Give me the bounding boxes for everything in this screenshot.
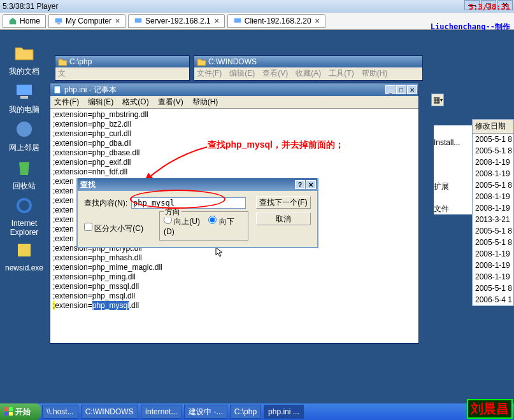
menu-format[interactable]: 格式(O) [122, 97, 148, 108]
find-body: 查找内容(N): 查找下一个(F) 取消 区分大小写(C) 方向 向上(U) 向… [78, 191, 317, 220]
list-item[interactable]: 2005-5-1 8 [473, 179, 513, 191]
desktop-icon-network[interactable]: 网上邻居 [5, 119, 43, 153]
menu-fav[interactable]: 收藏(A) [296, 68, 321, 79]
svg-rect-12 [4, 412, 8, 416]
list-item[interactable]: 2008-1-19 [473, 168, 513, 179]
start-button[interactable]: 开始 [0, 403, 41, 420]
list-item[interactable]: 2008-1-19 [473, 191, 513, 202]
column-header[interactable]: 修改日期 [473, 120, 513, 134]
explorer-title[interactable]: C:\php [55, 56, 189, 67]
menu-tools[interactable]: 工具(T) [329, 68, 353, 79]
taskbar-item[interactable]: Internet... [141, 405, 182, 419]
list-item[interactable]: 2005-5-1 8 [473, 283, 513, 294]
menu-edit[interactable]: 编辑(E) [88, 97, 113, 108]
desktop-icon-my-documents[interactable]: 我的文档 [5, 43, 43, 77]
explorer-title[interactable]: C:\WINDOWS [194, 56, 422, 67]
notepad-title-text: php.ini - 记事本 [64, 85, 117, 95]
tab-my-computer[interactable]: My Computer × [48, 14, 125, 28]
desktop-icon-my-computer[interactable]: 我的电脑 [5, 81, 43, 115]
explorer-title-text: C:\php [69, 57, 92, 66]
help-button[interactable]: ? [295, 180, 305, 189]
taskbar-item[interactable]: php.ini ... [264, 405, 304, 419]
menu-edit[interactable]: 编辑(E) [229, 68, 255, 79]
menu-file[interactable]: 文件(F) [197, 68, 222, 79]
minimize-button[interactable]: _ [385, 85, 396, 94]
list-item[interactable]: 2008-1-19 [473, 248, 513, 260]
player-title: 5:3/38:31 Player [3, 2, 58, 11]
list-item[interactable]: 2013-3-21 [473, 214, 513, 225]
tab-close-icon[interactable]: × [115, 17, 120, 25]
icon-label: newsid.exe [5, 263, 43, 272]
case-checkbox[interactable] [84, 223, 92, 231]
tab-client[interactable]: Client-192.168.2.20 × [227, 14, 325, 28]
maximize-button[interactable]: □ [396, 85, 406, 94]
icon-label: Internet Explorer [5, 219, 43, 237]
close-button[interactable]: ✕ [407, 85, 417, 94]
list-item[interactable]: 2005-5-1 8 [473, 225, 513, 237]
tab-label: Client-192.168.2.20 [245, 17, 311, 25]
folder-icon [58, 57, 67, 66]
explorer-window-php[interactable]: C:\php 文 [55, 55, 190, 81]
icon-label: 我的电脑 [5, 104, 43, 115]
listview-fragment-left: Install... 扩展 文件 [434, 125, 472, 214]
desktop-icon-ie[interactable]: Internet Explorer [5, 195, 43, 237]
notepad-title-bar[interactable]: php.ini - 记事本 _ □ ✕ [50, 83, 418, 96]
direction-down-radio[interactable] [208, 216, 217, 224]
explorer-menu: 文件(F) 编辑(E) 查看(V) 收藏(A) 工具(T) 帮助(H) [194, 67, 422, 79]
svg-rect-4 [17, 85, 32, 95]
list-item[interactable]: 2005-5-1 8 [473, 134, 513, 145]
grid-icon: ▦ [433, 95, 440, 104]
taskbar-item[interactable]: C:\WINDOWS [81, 405, 138, 419]
list-item[interactable]: 2006-5-4 1 [473, 294, 513, 305]
menu-view[interactable]: 查看(V) [158, 97, 183, 108]
tab-home[interactable]: Home [3, 14, 46, 28]
list-item[interactable]: 2008-1-19 [473, 157, 513, 168]
direction-label: 方向 [164, 207, 182, 218]
list-item[interactable]: 2005-5-1 8 [473, 145, 513, 157]
svg-rect-1 [57, 24, 60, 25]
icon-label: 回收站 [5, 181, 43, 192]
taskbar-item[interactable]: C:\php [230, 405, 261, 419]
find-title-text: 查找 [80, 179, 96, 190]
list-item[interactable]: 2008-1-19 [473, 271, 513, 283]
tab-close-icon[interactable]: × [215, 17, 219, 25]
menu-help[interactable]: 帮助(H) [362, 68, 388, 79]
explorer-title-text: C:\WINDOWS [208, 57, 257, 66]
find-title-bar[interactable]: 查找 ? ✕ [78, 178, 317, 191]
list-item[interactable]: 2008-1-19 [473, 260, 513, 271]
text: extension= [55, 301, 92, 310]
find-input[interactable] [131, 197, 246, 209]
icon-label: 我的文档 [5, 66, 43, 77]
list-item[interactable]: 扩展 [434, 181, 472, 192]
tab-label: Home [20, 17, 40, 25]
close-button[interactable]: ✕ [306, 180, 316, 189]
find-dialog: 查找 ? ✕ 查找内容(N): 查找下一个(F) 取消 区分大小写(C) 方向 … [76, 178, 318, 248]
taskbar-item[interactable]: 建设中 -... [184, 405, 227, 419]
listview-dates: 修改日期 2005-5-1 82005-5-1 82008-1-192008-1… [472, 119, 514, 306]
svg-rect-2 [135, 18, 142, 23]
taskbar-item[interactable]: \\.host... [42, 405, 78, 419]
list-item[interactable]: 2008-1-19 [473, 202, 513, 214]
toolbar-view-button[interactable]: ▦▾ [431, 94, 444, 106]
menu-file[interactable]: 文 [58, 68, 66, 79]
list-item[interactable]: Install... [434, 138, 472, 147]
case-label: 区分大小写(C) [94, 224, 143, 233]
menu-view[interactable]: 查看(V) [262, 68, 288, 79]
menu-file[interactable]: 文件(F) [54, 97, 79, 108]
cancel-button[interactable]: 取消 [256, 213, 311, 225]
explorer-menu: 文 [55, 67, 189, 79]
svg-rect-5 [20, 96, 28, 99]
list-item[interactable]: 文件 [434, 204, 472, 214]
desktop-icon-newsid[interactable]: newsid.exe [5, 240, 43, 272]
tab-server[interactable]: Server-192.168.2.1 × [128, 14, 225, 28]
list-item[interactable]: 2005-5-1 8 [473, 237, 513, 248]
find-next-button[interactable]: 查找下一个(F) [256, 196, 311, 209]
computer-icon [54, 17, 63, 25]
notepad-menu: 文件(F) 编辑(E) 格式(O) 查看(V) 帮助(H) [50, 96, 418, 109]
tab-close-icon[interactable]: × [315, 17, 320, 25]
window-controls: _ □ ✕ [385, 85, 417, 94]
menu-help[interactable]: 帮助(H) [192, 97, 218, 108]
explorer-window-windows[interactable]: C:\WINDOWS 文件(F) 编辑(E) 查看(V) 收藏(A) 工具(T)… [194, 55, 423, 81]
desktop-icon-recycle-bin[interactable]: 回收站 [5, 157, 43, 192]
icon-label: 网上邻居 [5, 143, 43, 153]
